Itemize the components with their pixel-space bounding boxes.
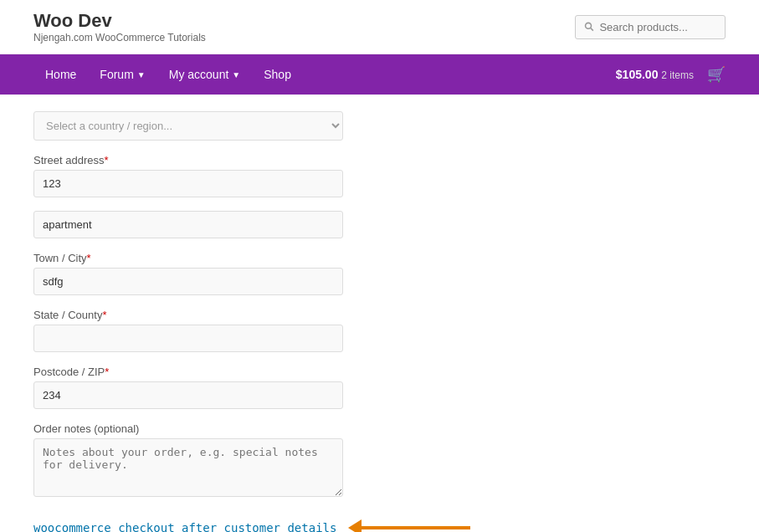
town-input[interactable] bbox=[33, 268, 343, 295]
search-box[interactable] bbox=[575, 15, 726, 39]
nav-left: Home Forum ▼ My account ▼ Shop bbox=[33, 54, 303, 95]
forum-chevron-icon: ▼ bbox=[137, 70, 146, 79]
hook-arrow bbox=[350, 519, 470, 532]
cart-icon[interactable]: 🛒 bbox=[707, 65, 726, 84]
street-address-label: Street address* bbox=[33, 154, 552, 166]
nav-item-shop[interactable]: Shop bbox=[252, 54, 303, 95]
required-star: * bbox=[105, 154, 109, 166]
state-label: State / County* bbox=[33, 309, 552, 321]
town-label: Town / City* bbox=[33, 252, 552, 264]
postcode-group: Postcode / ZIP* bbox=[33, 366, 552, 409]
arrow-body bbox=[362, 526, 470, 529]
site-nav: Home Forum ▼ My account ▼ Shop $105.00 2… bbox=[0, 54, 759, 95]
country-field-group: Select a country / region... bbox=[33, 111, 552, 141]
town-group: Town / City* bbox=[33, 252, 552, 295]
site-title: Woo Dev bbox=[33, 10, 206, 32]
required-star-town: * bbox=[87, 252, 91, 264]
cart-total: $105.00 2 items bbox=[616, 68, 694, 81]
nav-item-home[interactable]: Home bbox=[33, 54, 88, 95]
search-input[interactable] bbox=[599, 21, 716, 33]
apartment-input[interactable] bbox=[33, 211, 343, 238]
nav-item-forum[interactable]: Forum ▼ bbox=[88, 54, 156, 95]
state-group: State / County* bbox=[33, 309, 552, 352]
site-branding: Woo Dev Njengah.com WooCommerce Tutorial… bbox=[33, 10, 206, 43]
hook-text: woocommerce_checkout_after_customer_deta… bbox=[33, 521, 336, 532]
myaccount-chevron-icon: ▼ bbox=[232, 70, 240, 79]
order-notes-label: Order notes (optional) bbox=[33, 422, 552, 435]
required-star-postcode: * bbox=[105, 366, 109, 378]
country-select[interactable]: Select a country / region... bbox=[33, 111, 343, 141]
order-notes-group: Order notes (optional) bbox=[33, 422, 552, 499]
nav-item-myaccount[interactable]: My account ▼ bbox=[157, 54, 253, 95]
svg-line-1 bbox=[591, 28, 593, 31]
site-header: Woo Dev Njengah.com WooCommerce Tutorial… bbox=[0, 0, 759, 54]
postcode-label: Postcode / ZIP* bbox=[33, 366, 552, 378]
search-icon bbox=[584, 21, 594, 33]
cart-items-badge: 2 items bbox=[661, 69, 694, 81]
hook-line: woocommerce_checkout_after_customer_deta… bbox=[33, 519, 552, 532]
site-tagline: Njengah.com WooCommerce Tutorials bbox=[33, 32, 206, 43]
street-address-group: Street address* bbox=[33, 154, 552, 197]
order-notes-textarea[interactable] bbox=[33, 438, 343, 497]
street-address-input[interactable] bbox=[33, 170, 343, 197]
postcode-input[interactable] bbox=[33, 381, 343, 409]
arrow-head bbox=[348, 519, 362, 532]
state-input[interactable] bbox=[33, 325, 343, 352]
svg-point-0 bbox=[586, 23, 592, 28]
apartment-group bbox=[33, 211, 552, 238]
main-content: Select a country / region... Street addr… bbox=[0, 95, 586, 532]
nav-right: $105.00 2 items 🛒 bbox=[616, 65, 726, 84]
required-star-state: * bbox=[102, 309, 106, 321]
